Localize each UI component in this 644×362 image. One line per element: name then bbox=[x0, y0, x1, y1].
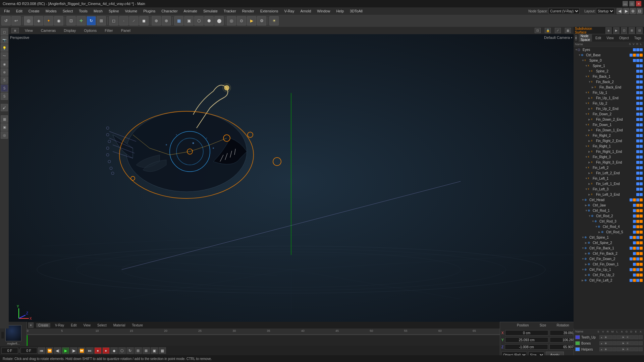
obj-item-fin-down-1[interactable]: ▼ ☓ Fin_Down_1 bbox=[574, 122, 644, 127]
obj-item-fin-right-3[interactable]: ▼ ☓ Fin_Right_3 bbox=[574, 154, 644, 160]
obj-item-ctrl-rod-4[interactable]: ▼ ⊕ Ctrl_Rod_4 bbox=[574, 224, 644, 229]
obj-item-fin-right-3-end[interactable]: ▶ ☓ Fin_Right_3_End bbox=[574, 160, 644, 165]
expand-arrow[interactable]: ▶ bbox=[588, 150, 591, 153]
edge-mode-btn[interactable]: ⟋ bbox=[129, 16, 139, 25]
menu-mesh[interactable]: Mesh bbox=[91, 8, 105, 14]
render-settings-btn[interactable]: ⚙ bbox=[257, 16, 266, 25]
expand-arrow[interactable]: ▼ bbox=[585, 156, 588, 159]
move-tool[interactable]: ✛ bbox=[76, 16, 86, 25]
layer-icon-m-bones[interactable] bbox=[612, 341, 616, 345]
vp-tab-filter[interactable]: Filter bbox=[103, 28, 115, 33]
vp-tab-options[interactable]: Options bbox=[82, 28, 99, 33]
tl-tab-create[interactable]: Create bbox=[36, 323, 50, 327]
expand-arrow[interactable]: ▼ bbox=[582, 59, 584, 62]
obj-item-eyes[interactable]: ▼ ◻ Eyes bbox=[574, 47, 644, 52]
obj-item-fin-down-1-end[interactable]: ▶ ☓ Fin_Down_1_End bbox=[574, 127, 644, 133]
layout-select[interactable]: Startup bbox=[596, 8, 614, 14]
layer-icon-a-helpers[interactable]: ▶ bbox=[621, 347, 625, 351]
expand-arrow[interactable]: ▼ bbox=[585, 75, 588, 78]
menu-help[interactable]: Help bbox=[333, 8, 346, 14]
obj-item-ctrl-base[interactable]: ▼ ⊕ Ctrl_Base bbox=[574, 52, 644, 58]
layer-icon-s-helpers[interactable]: ● bbox=[599, 347, 603, 351]
tl-hamburger[interactable]: ≡ bbox=[28, 322, 34, 328]
expand-arrow[interactable]: ▶ bbox=[598, 231, 601, 234]
obj-item-ctrl-jaw[interactable]: ▶ ⊕ Ctrl_Jaw bbox=[574, 202, 644, 208]
render-region-btn[interactable]: ⊙ bbox=[237, 16, 246, 25]
expand-arrow[interactable]: ▼ bbox=[582, 198, 584, 201]
keyframe-rot-btn[interactable]: ↻ bbox=[126, 347, 134, 354]
menu-extensions[interactable]: Extensions bbox=[258, 8, 281, 14]
keyframe-param-btn[interactable]: ⊠ bbox=[143, 347, 150, 354]
layer-icon-e-helpers[interactable] bbox=[634, 347, 638, 351]
point-mode-btn[interactable]: · bbox=[119, 16, 128, 25]
tl-tab-edit[interactable]: Edit bbox=[69, 323, 78, 327]
vp-tab-cameras[interactable]: Cameras bbox=[39, 28, 58, 33]
z-pos-input[interactable] bbox=[505, 344, 548, 350]
obj-item-ctrl-rod-3[interactable]: ▼ ⊕ Ctrl_Rod_3 bbox=[574, 219, 644, 224]
expand-arrow[interactable]: ▶ bbox=[585, 241, 588, 244]
obj-item-fin-up-1-end[interactable]: ▶ ☓ Fin_Up_1_End bbox=[574, 95, 644, 101]
expand-arrow[interactable]: ▶ bbox=[588, 161, 591, 164]
obj-item-fin-left-3[interactable]: ▼ ☓ Fin_Left_3 bbox=[574, 186, 644, 192]
obj-item-fin-left-1-end[interactable]: ▶ ☓ Fin_Left_1_End bbox=[574, 181, 644, 186]
menu-edit[interactable]: Edit bbox=[13, 8, 25, 14]
rp-extra-btn[interactable]: ⊟ bbox=[636, 27, 643, 34]
expand-arrow[interactable]: ▼ bbox=[578, 54, 581, 57]
rp-more-btn[interactable]: ⊞ bbox=[629, 27, 635, 34]
menu-simulate[interactable]: Simulate bbox=[201, 8, 220, 14]
ls-layer-btn[interactable]: ▦ bbox=[1, 115, 8, 123]
node-space-select[interactable]: Current (V-Ray) bbox=[548, 8, 580, 14]
ls-tag-btn[interactable]: ▣ bbox=[1, 123, 8, 131]
layer-icon-a-bones[interactable]: ▶ bbox=[621, 341, 625, 345]
layer-icon-x-helpers[interactable] bbox=[639, 347, 643, 351]
motion-clip-btn[interactable]: ▣ bbox=[151, 347, 158, 354]
expand-arrow[interactable]: ▼ bbox=[585, 134, 588, 137]
tl-tab-select[interactable]: Select bbox=[95, 323, 109, 327]
layer-icon-d-helpers[interactable] bbox=[630, 347, 634, 351]
next-frame-btn[interactable]: ⏩ bbox=[78, 347, 86, 354]
expand-arrow[interactable]: ▼ bbox=[585, 145, 588, 148]
next-keyframe-btn[interactable]: |▶ bbox=[70, 347, 77, 354]
layer-item-bones[interactable]: Bones ● ◉ ▶ ⊕ bbox=[574, 340, 644, 346]
snap2-btn[interactable]: ⊗ bbox=[162, 16, 171, 25]
tl-tab-vray[interactable]: V-Ray bbox=[53, 323, 66, 327]
vp-lock-btn[interactable]: 🔒 bbox=[545, 28, 551, 33]
expand-arrow[interactable]: ▶ bbox=[585, 252, 588, 255]
layer-icon-a-teeth[interactable]: ▶ bbox=[621, 335, 625, 339]
prev-frame-btn[interactable]: ⏪ bbox=[46, 347, 53, 354]
expand-arrow[interactable]: ▼ bbox=[582, 236, 584, 239]
obj-item-fin-left-2[interactable]: ▼ ☓ Fin_Left_2 bbox=[574, 165, 644, 170]
vp-fullscreen-btn[interactable]: ⤢ bbox=[555, 28, 561, 33]
vp-safe-frame-btn[interactable]: ⊡ bbox=[535, 28, 541, 33]
tl-tab-material[interactable]: Material bbox=[111, 323, 127, 327]
rp-tab-object[interactable]: Object bbox=[617, 36, 631, 40]
obj-item-ctrl-spine-2[interactable]: ▶ ⊕ Ctrl_Spine_2 bbox=[574, 240, 644, 245]
minimize-button[interactable]: — bbox=[623, 1, 628, 6]
expand-arrow[interactable]: ▶ bbox=[588, 182, 591, 185]
obj-item-ctrl-fin-back-2[interactable]: ▶ ⊕ Ctrl_Fin_Back_2 bbox=[574, 251, 644, 256]
record-btn[interactable]: ● bbox=[94, 347, 102, 354]
menu-arnold[interactable]: Arnold bbox=[298, 8, 314, 14]
layer-icon-e-bones[interactable] bbox=[634, 341, 638, 345]
expand-arrow[interactable]: ▶ bbox=[588, 118, 591, 121]
undo-button[interactable]: ↺ bbox=[1, 16, 11, 25]
render-preview-btn[interactable]: ◎ bbox=[227, 16, 236, 25]
expand-arrow[interactable]: ▼ bbox=[585, 123, 588, 126]
layer-icon-r-helpers[interactable] bbox=[608, 347, 612, 351]
current-frame-input[interactable] bbox=[1, 348, 18, 354]
mode-animate-button[interactable]: ◉ bbox=[54, 16, 63, 25]
ls-mograph-btn[interactable]: S bbox=[1, 93, 8, 100]
expand-arrow[interactable]: ▶ bbox=[582, 279, 584, 282]
object-mode-btn[interactable]: ◻ bbox=[109, 16, 118, 25]
display-gouraud-btn[interactable]: ▦ bbox=[174, 16, 183, 25]
obj-item-ctrl-fin-left-2[interactable]: ▶ ⊕ Ctrl_Fin_Left_2 bbox=[574, 278, 644, 283]
menu-animate[interactable]: Animate bbox=[181, 8, 200, 14]
layer-icon-d-teeth[interactable] bbox=[630, 335, 634, 339]
display-opt-btn[interactable]: ⬤ bbox=[214, 16, 224, 25]
expand-arrow[interactable]: ▼ bbox=[588, 80, 591, 83]
expand-arrow[interactable]: ▼ bbox=[585, 209, 588, 212]
expand-arrow[interactable]: ▼ bbox=[592, 220, 594, 223]
menu-render[interactable]: Render bbox=[239, 8, 257, 14]
ls-obj-btn[interactable]: ◻ bbox=[1, 28, 8, 36]
menu-volume[interactable]: Volume bbox=[122, 8, 140, 14]
